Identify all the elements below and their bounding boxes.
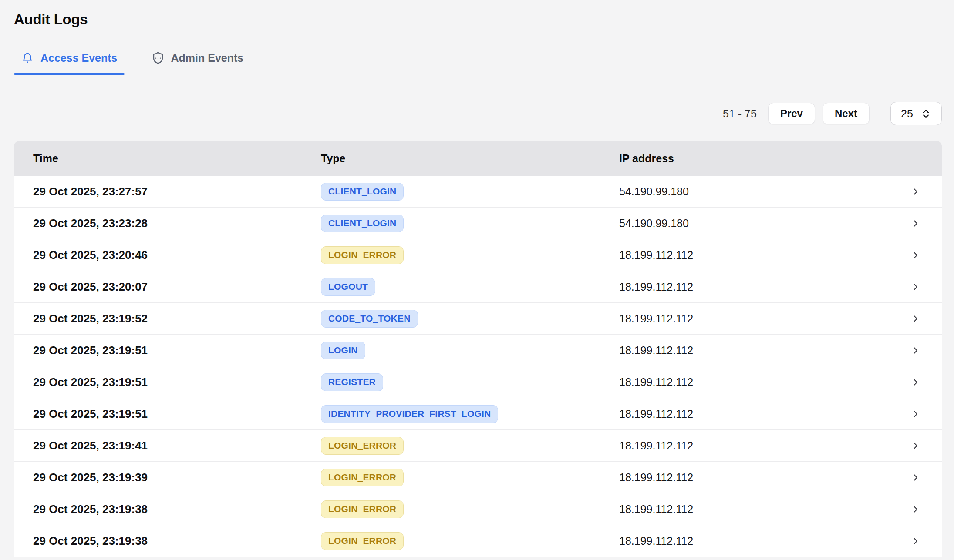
ip-cell: 18.199.112.112 — [619, 376, 904, 389]
chevron-right-icon — [904, 249, 926, 261]
pagination-toolbar: 51 - 75 Prev Next 25 — [14, 102, 942, 125]
type-cell: LOGIN_ERROR — [321, 437, 619, 455]
type-cell: CLIENT_LOGIN — [321, 183, 619, 201]
time-cell: 29 Oct 2025, 23:19:51 — [33, 407, 321, 421]
type-cell: LOGIN_ERROR — [321, 532, 619, 550]
table-row[interactable]: 29 Oct 2025, 23:20:46 LOGIN_ERROR 18.199… — [14, 239, 942, 271]
page-title: Audit Logs — [14, 11, 942, 28]
event-type-badge: CODE_TO_TOKEN — [321, 310, 418, 328]
table-row[interactable]: 29 Oct 2025, 23:20:07 LOGOUT 18.199.112.… — [14, 271, 942, 303]
column-header-type: Type — [321, 152, 619, 165]
event-type-badge: LOGIN — [321, 342, 365, 359]
ip-cell: 18.199.112.112 — [619, 312, 904, 325]
time-cell: 29 Oct 2025, 23:20:46 — [33, 248, 321, 262]
event-type-badge: IDENTITY_PROVIDER_FIRST_LOGIN — [321, 405, 498, 423]
ip-cell: 18.199.112.112 — [619, 535, 904, 547]
time-cell: 29 Oct 2025, 23:19:38 — [33, 503, 321, 516]
table-row[interactable]: 29 Oct 2025, 23:19:38 LOGIN_ERROR 18.199… — [14, 493, 942, 525]
table-row[interactable]: 29 Oct 2025, 23:19:52 CODE_TO_TOKEN 18.1… — [14, 303, 942, 335]
ip-cell: 54.190.99.180 — [619, 217, 904, 230]
chevron-right-icon — [904, 503, 926, 515]
type-cell: CODE_TO_TOKEN — [321, 310, 619, 328]
chevron-right-icon — [904, 535, 926, 547]
ip-cell: 54.190.99.180 — [619, 185, 904, 198]
time-cell: 29 Oct 2025, 23:23:28 — [33, 217, 321, 230]
table-row[interactable]: 29 Oct 2025, 23:19:51 IDENTITY_PROVIDER_… — [14, 398, 942, 430]
event-type-badge: REGISTER — [321, 373, 383, 391]
table-row[interactable]: 29 Oct 2025, 23:19:51 LOGIN 18.199.112.1… — [14, 335, 942, 366]
table-row[interactable]: 29 Oct 2025, 23:27:57 CLIENT_LOGIN 54.19… — [14, 176, 942, 208]
chevron-right-icon — [904, 440, 926, 452]
time-cell: 29 Oct 2025, 23:19:51 — [33, 376, 321, 389]
type-cell: LOGOUT — [321, 278, 619, 296]
audit-events-table: Time Type IP address 29 Oct 2025, 23:27:… — [14, 141, 942, 557]
event-type-badge: LOGIN_ERROR — [321, 532, 404, 550]
ip-cell: 18.199.112.112 — [619, 471, 904, 484]
type-cell: REGISTER — [321, 373, 619, 391]
event-type-badge: LOGIN_ERROR — [321, 246, 404, 264]
table-row[interactable]: 29 Oct 2025, 23:19:51 REGISTER 18.199.11… — [14, 366, 942, 398]
tab-label: Admin Events — [171, 52, 244, 64]
event-type-badge: CLIENT_LOGIN — [321, 215, 404, 232]
time-cell: 29 Oct 2025, 23:19:38 — [33, 534, 321, 548]
event-type-badge: LOGIN_ERROR — [321, 500, 404, 518]
column-header-ip: IP address — [619, 152, 904, 165]
ip-cell: 18.199.112.112 — [619, 281, 904, 293]
table-header-row: Time Type IP address — [14, 141, 942, 176]
page-size-select[interactable]: 25 — [890, 102, 942, 125]
event-type-badge: CLIENT_LOGIN — [321, 183, 404, 201]
chevron-right-icon — [904, 376, 926, 388]
ip-cell: 18.199.112.112 — [619, 344, 904, 357]
ip-cell: 18.199.112.112 — [619, 503, 904, 516]
chevrons-up-down-icon — [920, 108, 931, 119]
type-cell: LOGIN_ERROR — [321, 500, 619, 518]
table-body: 29 Oct 2025, 23:27:57 CLIENT_LOGIN 54.19… — [14, 176, 942, 557]
time-cell: 29 Oct 2025, 23:20:07 — [33, 280, 321, 294]
audit-logs-page: Audit Logs Access Events Admin Events 51… — [0, 11, 954, 557]
tabs-bar: Access Events Admin Events — [14, 51, 942, 74]
tab-admin-events[interactable]: Admin Events — [145, 51, 251, 74]
event-type-badge: LOGIN_ERROR — [321, 469, 404, 486]
chevron-right-icon — [904, 218, 926, 229]
page-size-value: 25 — [901, 107, 913, 120]
time-cell: 29 Oct 2025, 23:27:57 — [33, 185, 321, 198]
column-header-time: Time — [33, 152, 321, 165]
tab-label: Access Events — [40, 52, 118, 64]
type-cell: IDENTITY_PROVIDER_FIRST_LOGIN — [321, 405, 619, 423]
tab-access-events[interactable]: Access Events — [14, 51, 125, 74]
type-cell: LOGIN_ERROR — [321, 246, 619, 264]
type-cell: CLIENT_LOGIN — [321, 215, 619, 232]
chevron-right-icon — [904, 313, 926, 325]
pagination-range: 51 - 75 — [723, 107, 757, 120]
ip-cell: 18.199.112.112 — [619, 408, 904, 420]
shield-ellipsis-icon — [152, 51, 165, 64]
time-cell: 29 Oct 2025, 23:19:52 — [33, 312, 321, 325]
time-cell: 29 Oct 2025, 23:19:41 — [33, 439, 321, 453]
event-type-badge: LOGOUT — [321, 278, 375, 296]
table-row[interactable]: 29 Oct 2025, 23:19:41 LOGIN_ERROR 18.199… — [14, 430, 942, 462]
next-button[interactable]: Next — [823, 103, 870, 124]
chevron-right-icon — [904, 472, 926, 483]
ip-cell: 18.199.112.112 — [619, 249, 904, 262]
chevron-right-icon — [904, 186, 926, 198]
table-row[interactable]: 29 Oct 2025, 23:23:28 CLIENT_LOGIN 54.19… — [14, 208, 942, 239]
chevron-right-icon — [904, 281, 926, 293]
event-type-badge: LOGIN_ERROR — [321, 437, 404, 455]
chevron-right-icon — [904, 408, 926, 420]
bell-icon — [21, 51, 34, 64]
time-cell: 29 Oct 2025, 23:19:39 — [33, 471, 321, 484]
table-row[interactable]: 29 Oct 2025, 23:19:38 LOGIN_ERROR 18.199… — [14, 525, 942, 557]
table-row[interactable]: 29 Oct 2025, 23:19:39 LOGIN_ERROR 18.199… — [14, 462, 942, 493]
time-cell: 29 Oct 2025, 23:19:51 — [33, 344, 321, 357]
chevron-right-icon — [904, 345, 926, 356]
prev-button[interactable]: Prev — [768, 103, 815, 124]
ip-cell: 18.199.112.112 — [619, 439, 904, 452]
type-cell: LOGIN_ERROR — [321, 469, 619, 486]
type-cell: LOGIN — [321, 342, 619, 359]
